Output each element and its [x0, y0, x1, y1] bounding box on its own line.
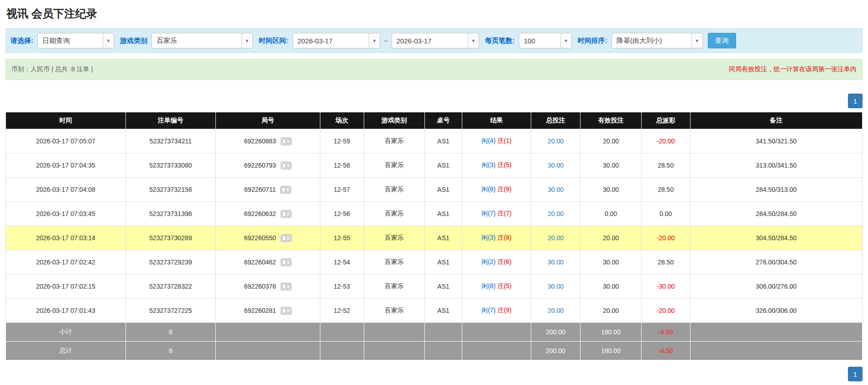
cell-table-no: AS1: [424, 226, 462, 250]
cell-bet-id: 523273733080: [125, 153, 215, 178]
cell-table-no: AS1: [424, 178, 462, 202]
query-type-value: 日期查询: [38, 33, 103, 48]
cell-bet-id: 523273729239: [125, 250, 215, 274]
notice-text: 同局有效投注，统一计算在该局第一张注单内: [729, 65, 857, 74]
cell-total-bet: 30.00: [531, 153, 580, 178]
cell-round-id: 692260883: [215, 129, 320, 153]
round-id-text: 692260550: [244, 234, 276, 242]
total-bet-link[interactable]: 20.00: [548, 210, 564, 217]
view-cards-icon[interactable]: [281, 234, 292, 242]
summary-cell: [364, 323, 424, 342]
table-row: 2026-03-17 07:02:15523273728322692260378…: [6, 274, 863, 299]
round-id-text: 692260462: [244, 258, 276, 266]
chevron-down-icon: ▼: [560, 33, 571, 48]
round-id-text: 692260378: [244, 283, 276, 290]
pagination-page-1[interactable]: 1: [848, 367, 863, 381]
cell-bet-id: 523273728322: [125, 274, 215, 299]
cell-game-category: 百家乐: [364, 250, 424, 274]
view-cards-icon[interactable]: [281, 137, 292, 145]
cell-table-no: AS1: [424, 202, 462, 226]
cell-table-no: AS1: [424, 299, 462, 323]
cell-table-no: AS1: [424, 153, 462, 178]
time-range-label: 时间区间:: [259, 37, 288, 45]
page-size-value: 100: [519, 33, 560, 48]
date-from-select[interactable]: 2026-03-17 ▼: [293, 33, 380, 48]
summary-cell: [215, 342, 320, 360]
info-bar: 币别：人民币 | 总共 :8 注单 | 同局有效投注，统一计算在该局第一张注单内: [5, 59, 863, 80]
round-id-text: 692260793: [244, 162, 276, 169]
cell-game-category: 百家乐: [364, 226, 424, 250]
cell-game-category: 百家乐: [364, 202, 424, 226]
cell-result: 闲(3) 庄(5): [462, 153, 531, 178]
summary-cell: 180.00: [580, 323, 641, 342]
bet-records-table: 时间注单编号局号场次游戏类别桌号结果总投注有效投注总派彩备注 2026-03-1…: [5, 112, 863, 360]
cell-payout: 28.50: [641, 250, 690, 274]
cell-total-bet: 30.00: [531, 178, 580, 202]
view-cards-icon[interactable]: [281, 283, 292, 290]
pagination-page-1[interactable]: 1: [848, 94, 863, 108]
cell-session: 12-53: [320, 274, 364, 299]
result-player: 闲(8): [481, 282, 496, 290]
summary-cell: 小计: [6, 323, 126, 342]
summary-cell: 8: [125, 342, 215, 360]
cell-round-id: 692260378: [215, 274, 320, 299]
chevron-down-icon: ▼: [468, 33, 479, 48]
query-type-select[interactable]: 日期查询 ▼: [37, 33, 114, 48]
pagination-top: 1: [5, 94, 863, 108]
table-row: 2026-03-17 07:05:07523273734211692260883…: [6, 129, 863, 153]
cell-session: 12-58: [320, 153, 364, 178]
date-to-select[interactable]: 2026-03-17 ▼: [392, 33, 479, 48]
filter-bar: 请选择: 日期查询 ▼ 游戏类别 百家乐 ▼ 时间区间: 2026-03-17 …: [5, 28, 863, 53]
cell-remark: 284.50/284.50: [690, 202, 862, 226]
round-id-text: 692260632: [244, 210, 276, 217]
time-sort-select[interactable]: 降幂(由大到小) ▼: [612, 33, 703, 48]
total-bet-link[interactable]: 20.00: [548, 307, 564, 314]
page-size-select[interactable]: 100 ▼: [519, 33, 572, 48]
total-bet-link[interactable]: 30.00: [548, 283, 564, 290]
cell-time: 2026-03-17 07:01:43: [6, 299, 126, 323]
column-header: 总派彩: [641, 112, 690, 129]
cell-bet-id: 523273734211: [125, 129, 215, 153]
view-cards-icon[interactable]: [281, 258, 292, 266]
summary-cell: 总计: [6, 342, 126, 360]
view-cards-icon[interactable]: [280, 186, 291, 194]
summary-cell: [364, 342, 424, 360]
round-id-text: 692260883: [244, 137, 276, 145]
chevron-down-icon: ▼: [241, 33, 252, 48]
cell-total-bet: 30.00: [531, 250, 580, 274]
summary-cell: [320, 342, 364, 360]
view-cards-icon[interactable]: [281, 307, 292, 315]
column-header: 总投注: [531, 112, 580, 129]
total-bet-link[interactable]: 30.00: [548, 258, 564, 266]
table-row: 2026-03-17 07:03:14523273730289692260550…: [6, 226, 863, 250]
total-bet-link[interactable]: 20.00: [548, 234, 564, 242]
total-bet-link[interactable]: 20.00: [548, 137, 564, 145]
game-category-select[interactable]: 百家乐 ▼: [152, 33, 253, 48]
range-separator: ~: [384, 37, 388, 45]
cell-time: 2026-03-17 07:05:07: [6, 129, 126, 153]
result-player: 闲(7): [481, 210, 496, 217]
summary-cell: -4.50: [641, 342, 690, 360]
cell-total-bet: 20.00: [531, 226, 580, 250]
total-bet-link[interactable]: 30.00: [548, 186, 564, 193]
date-from-value: 2026-03-17: [293, 33, 369, 48]
cell-round-id: 692260462: [215, 250, 320, 274]
column-header: 时间: [6, 112, 126, 129]
summary-payout-value: -4.50: [659, 328, 673, 336]
cell-total-bet: 20.00: [531, 299, 580, 323]
time-sort-value: 降幂(由大到小): [612, 33, 691, 48]
search-button[interactable]: 查询: [708, 33, 736, 48]
result-player: 闲(8): [481, 185, 496, 193]
summary-cell: [690, 323, 862, 342]
subtotal-row: 小计8200.00180.00-4.50: [6, 323, 863, 342]
result-banker: 庄(8): [497, 234, 512, 241]
round-id-text: 692260281: [244, 307, 276, 314]
view-cards-icon[interactable]: [281, 162, 292, 169]
cell-session: 12-55: [320, 226, 364, 250]
summary-cell: [462, 342, 531, 360]
view-cards-icon[interactable]: [281, 210, 292, 218]
total-bet-link[interactable]: 30.00: [548, 162, 564, 169]
cell-result: 闲(8) 庄(5): [462, 274, 531, 299]
payout-value: 28.50: [658, 186, 674, 193]
cell-total-bet: 20.00: [531, 202, 580, 226]
